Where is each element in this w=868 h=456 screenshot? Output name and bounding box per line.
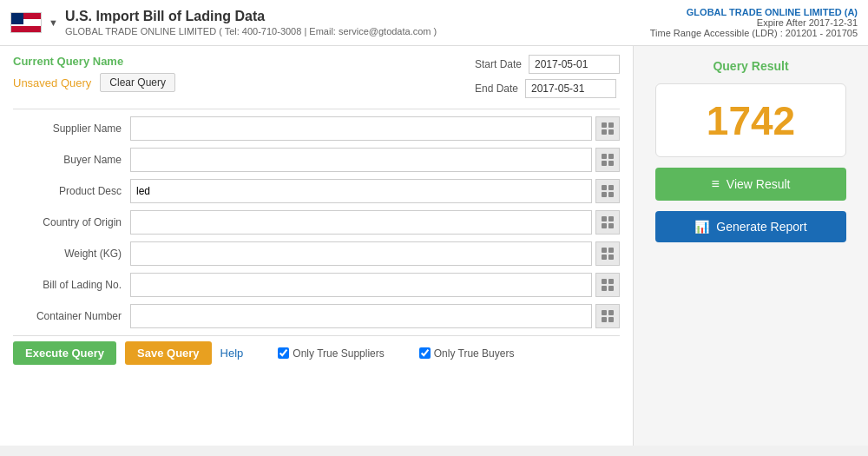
bill-of-lading-input[interactable] [130,273,592,297]
svg-rect-9 [608,185,614,190]
footer-row: Execute Query Save Query Help Only True … [13,335,620,370]
generate-report-button[interactable]: 📊 Generate Report [655,211,846,242]
svg-rect-17 [608,248,614,253]
help-button[interactable]: Help [220,347,244,360]
right-panel: Query Result 1742 ≡ View Result 📊 Genera… [634,46,868,446]
svg-rect-22 [602,286,607,291]
bill-filter-icon[interactable] [595,273,620,297]
header: ▼ U.S. Import Bill of Lading Data GLOBAL… [0,0,868,46]
main-content: Current Query Name Unsaved Query Clear Q… [0,46,868,446]
buyer-name-label: Buyer Name [13,154,130,166]
header-left: ▼ U.S. Import Bill of Lading Data GLOBAL… [10,9,437,36]
svg-rect-2 [602,129,607,135]
svg-rect-3 [608,129,614,135]
clear-query-button[interactable]: Clear Query [100,73,175,92]
supplier-name-input[interactable] [130,116,592,141]
start-date-input[interactable] [529,55,620,74]
current-query-name-label: Current Query Name [13,55,175,68]
only-buyers-label: Only True Buyers [434,347,515,360]
expire-label: Expire After 2017-12-31 [650,17,858,28]
save-query-button[interactable]: Save Query [125,341,212,365]
end-date-label: End Date [475,83,518,95]
country-origin-row: Country of Origin [13,210,620,235]
svg-rect-0 [602,122,607,128]
svg-rect-10 [602,192,607,197]
result-number: 1742 [707,97,795,144]
svg-rect-26 [602,317,607,322]
svg-rect-18 [602,254,607,260]
header-right: GLOBAL TRADE ONLINE LIMITED (A) Expire A… [650,7,858,38]
svg-rect-19 [608,254,614,260]
start-date-label: Start Date [475,58,522,70]
container-number-label: Container Number [13,310,130,322]
footer-buttons: Execute Query Save Query Help Only True … [13,335,620,370]
svg-rect-25 [608,310,614,315]
left-panel: Current Query Name Unsaved Query Clear Q… [0,46,634,446]
country-origin-input[interactable] [130,210,592,235]
app-subtitle: GLOBAL TRADE ONLINE LIMITED ( Tel: 400-7… [65,26,437,36]
time-range-label: Time Range Accessible (LDR) : 201201 - 2… [650,28,858,38]
svg-rect-15 [608,223,614,228]
generate-report-label: Generate Report [716,220,806,234]
only-suppliers-label: Only True Suppliers [293,347,384,360]
container-filter-icon[interactable] [595,304,620,328]
product-desc-row: Product Desc [13,179,620,203]
svg-rect-5 [608,154,614,159]
bill-of-lading-label: Bill of Lading No. [13,279,130,291]
svg-rect-12 [602,216,607,221]
svg-rect-23 [608,286,614,291]
weight-input[interactable] [130,241,592,266]
date-section: Start Date End Date [475,55,620,98]
only-suppliers-checkbox[interactable] [278,347,289,359]
app-title: U.S. Import Bill of Lading Data [65,9,437,24]
supplier-filter-icon[interactable] [595,116,620,141]
svg-rect-24 [602,310,607,315]
svg-rect-14 [602,223,607,228]
svg-rect-11 [608,192,614,197]
svg-rect-21 [608,279,614,284]
svg-rect-16 [602,248,607,253]
svg-rect-1 [608,122,614,128]
supplier-name-label: Supplier Name [13,122,130,135]
product-filter-icon[interactable] [595,179,620,203]
buyer-name-row: Buyer Name [13,148,620,172]
country-origin-label: Country of Origin [13,216,130,228]
weight-filter-icon[interactable] [595,241,620,266]
product-desc-label: Product Desc [13,185,130,197]
supplier-name-row: Supplier Name [13,116,620,141]
query-result-label: Query Result [713,59,788,73]
us-flag-icon [10,12,42,33]
svg-rect-4 [602,154,607,159]
list-icon: ≡ [711,176,719,192]
chart-icon: 📊 [694,220,709,234]
svg-rect-8 [602,185,607,190]
svg-rect-7 [608,161,614,166]
bill-of-lading-row: Bill of Lading No. [13,273,620,297]
execute-query-button[interactable]: Execute Query [13,341,116,365]
view-result-label: View Result [727,177,791,191]
weight-row: Weight (KG) [13,241,620,266]
end-date-row: End Date [475,79,620,98]
svg-rect-13 [608,216,614,221]
result-box: 1742 [655,83,846,157]
svg-rect-27 [608,317,614,322]
country-filter-icon[interactable] [595,210,620,235]
start-date-row: Start Date [475,55,620,74]
query-name-section: Current Query Name Unsaved Query Clear Q… [13,55,175,92]
view-result-button[interactable]: ≡ View Result [655,168,846,201]
weight-label: Weight (KG) [13,248,130,260]
company-name: GLOBAL TRADE ONLINE LIMITED (A) [650,7,858,17]
only-buyers-checkbox-group: Only True Buyers [419,347,515,360]
svg-rect-6 [602,161,607,166]
only-buyers-checkbox[interactable] [419,347,431,359]
flag-dropdown-arrow[interactable]: ▼ [49,17,58,28]
header-title-block: U.S. Import Bill of Lading Data GLOBAL T… [65,9,437,36]
query-header-row: Current Query Name Unsaved Query Clear Q… [13,55,620,102]
end-date-input[interactable] [525,79,616,98]
buyer-name-input[interactable] [130,148,592,172]
svg-rect-20 [602,279,607,284]
product-desc-input[interactable] [130,179,592,203]
only-suppliers-checkbox-group: Only True Suppliers [278,347,384,360]
container-number-input[interactable] [130,304,592,328]
buyer-filter-icon[interactable] [595,148,620,172]
